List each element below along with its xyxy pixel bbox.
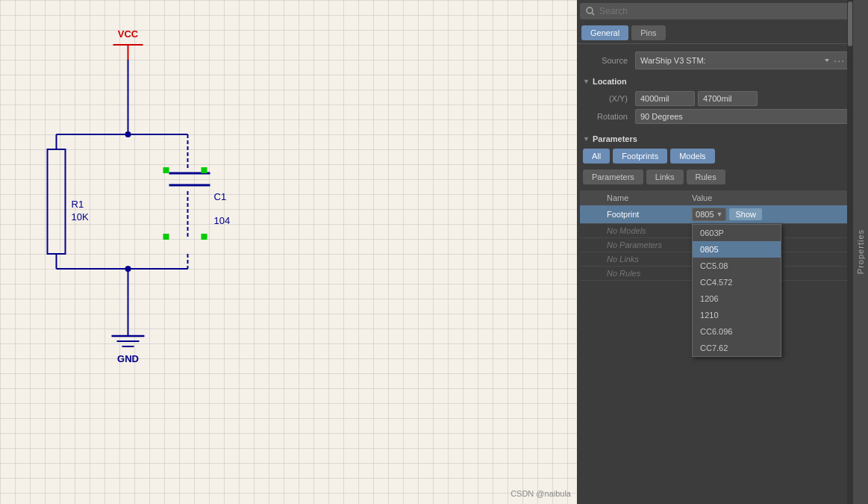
links-button[interactable]: Links: [646, 169, 684, 184]
xy-label: (X/Y): [580, 94, 632, 103]
y-value-input[interactable]: [698, 91, 758, 106]
panel-scrollbar[interactable]: [847, 0, 853, 504]
models-button[interactable]: Models: [670, 149, 714, 164]
footprint-selected-value: 0805: [696, 210, 714, 219]
footprint-name-cell: Footprint: [602, 205, 687, 224]
parameters-collapse-icon[interactable]: ▼: [583, 135, 590, 143]
all-button[interactable]: All: [583, 149, 610, 164]
dropdown-item-cc6096[interactable]: CC6.096: [693, 323, 781, 340]
properties-tab-label[interactable]: Properties: [856, 229, 865, 274]
placeholder-check-2: [580, 238, 602, 252]
tab-pins[interactable]: Pins: [631, 25, 665, 40]
footprint-value-dropdown[interactable]: 0805 ▼: [692, 208, 726, 221]
watermark: CSDN @naibula: [511, 489, 571, 498]
svg-point-32: [587, 7, 593, 13]
svg-rect-6: [48, 149, 66, 254]
search-bar: [580, 3, 850, 19]
dropdown-item-cc762[interactable]: CC7.62: [693, 340, 781, 356]
footprint-value-cell: 0805 ▼ Show 0603P 0805 CC5.08 CC4.572: [687, 205, 850, 224]
rules-button[interactable]: Rules: [687, 169, 725, 184]
svg-text:C1: C1: [214, 191, 227, 202]
param-buttons-row2: Parameters Links Rules: [580, 167, 850, 187]
placeholder-check-4: [580, 267, 602, 281]
svg-text:VCC: VCC: [118, 28, 139, 40]
svg-line-33: [592, 13, 594, 15]
properties-vertical-tab[interactable]: Properties: [853, 0, 868, 504]
dropdown-item-0603p[interactable]: 0603P: [693, 225, 781, 241]
placeholder-check-1: [580, 224, 602, 238]
table-row: Footprint 0805 ▼ Show 0603P: [580, 205, 850, 224]
svg-rect-20: [202, 167, 207, 173]
dropdown-item-cc4572[interactable]: CC4.572: [693, 274, 781, 290]
parameters-section-header: ▼ Parameters: [580, 130, 850, 146]
x-value-input[interactable]: [635, 91, 695, 106]
col-header-empty: [580, 190, 602, 205]
footprint-dropdown: 0603P 0805 CC5.08 CC4.572 1206 1210 CC6.…: [692, 224, 781, 357]
svg-text:GND: GND: [117, 353, 139, 364]
search-input[interactable]: [599, 6, 844, 16]
col-header-name: Name: [602, 190, 687, 205]
xy-row: (X/Y): [580, 91, 850, 106]
properties-panel: General Pins Source WarShip V3 STM: ···: [577, 0, 868, 504]
source-row: Source WarShip V3 STM: ···: [580, 52, 850, 69]
tab-bar: General Pins: [577, 22, 853, 44]
svg-marker-34: [825, 59, 829, 62]
source-value[interactable]: WarShip V3 STM: ···: [635, 52, 850, 69]
row-checkbox-cell: [580, 205, 602, 224]
show-button[interactable]: Show: [729, 208, 762, 220]
panel-scrollbar-thumb[interactable]: [848, 1, 852, 46]
dropdown-item-cc508[interactable]: CC5.08: [693, 258, 781, 274]
footprints-button[interactable]: Footprints: [613, 149, 667, 164]
svg-text:R1: R1: [72, 199, 84, 210]
schematic-canvas[interactable]: VCC R1 10K: [0, 0, 577, 504]
location-collapse-icon[interactable]: ▼: [583, 78, 590, 85]
parameters-button[interactable]: Parameters: [583, 169, 643, 184]
svg-rect-22: [202, 234, 207, 240]
svg-text:104: 104: [214, 215, 231, 226]
placeholder-check-3: [580, 252, 602, 267]
source-label: Source: [580, 56, 632, 65]
dropdown-item-1206[interactable]: 1206: [693, 290, 781, 307]
source-dropdown-icon: [823, 57, 831, 64]
parameters-table: Name Value Footprint 0805 ▼: [580, 190, 850, 281]
svg-rect-19: [163, 167, 169, 173]
tab-general[interactable]: General: [581, 25, 628, 40]
rotation-select[interactable]: 0 Degrees90 Degrees180 Degrees270 Degree…: [635, 109, 850, 124]
rotation-row: Rotation 0 Degrees90 Degrees180 Degrees2…: [580, 109, 850, 124]
footprint-dropdown-arrow-icon: ▼: [716, 211, 723, 218]
panel-body: Source WarShip V3 STM: ··· ▼ Location: [577, 44, 853, 504]
source-more-icon[interactable]: ···: [834, 55, 845, 66]
param-buttons-row1: All Footprints Models: [580, 146, 850, 167]
search-icon: [586, 7, 595, 16]
col-header-value: Value: [687, 190, 850, 205]
dropdown-item-0805[interactable]: 0805: [693, 241, 781, 258]
dropdown-item-1210[interactable]: 1210: [693, 307, 781, 323]
location-section-header: ▼ Location: [580, 72, 850, 88]
svg-text:10K: 10K: [72, 211, 89, 223]
svg-rect-21: [163, 234, 169, 240]
rotation-label: Rotation: [580, 112, 632, 121]
